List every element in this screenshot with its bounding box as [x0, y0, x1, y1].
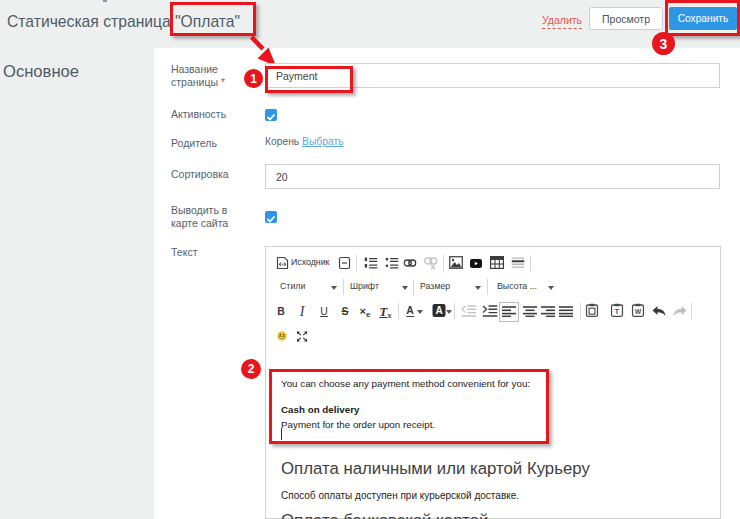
svg-text:T: T: [615, 308, 620, 315]
svg-text:W: W: [635, 308, 642, 315]
